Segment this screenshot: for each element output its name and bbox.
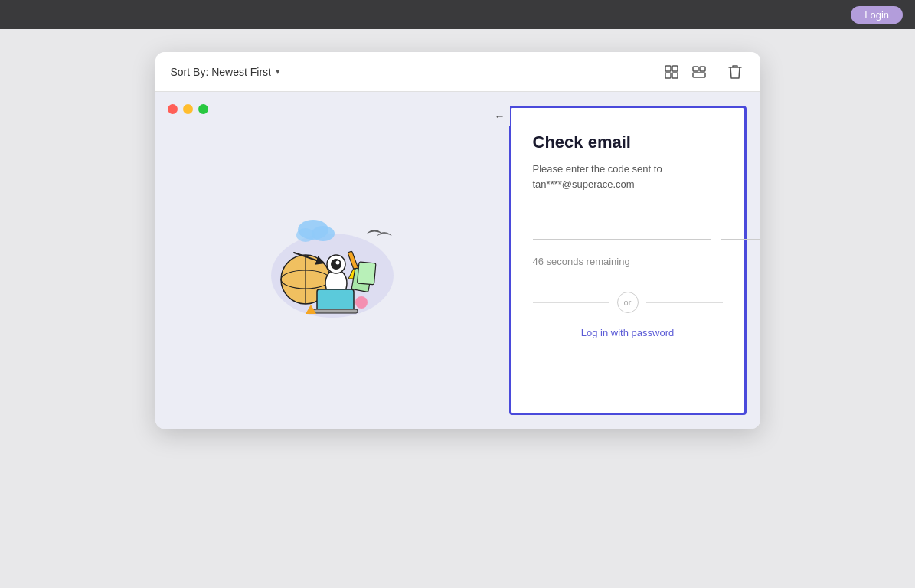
- timer-text: 46 seconds remaining: [533, 256, 723, 267]
- card-container: Sort By: Newest First ▾: [155, 52, 760, 429]
- or-label: or: [617, 292, 639, 313]
- list-view-button[interactable]: [689, 62, 709, 82]
- log-in-with-password-button[interactable]: Log in with password: [533, 327, 723, 338]
- login-button[interactable]: Login: [851, 6, 903, 24]
- or-line-left: [533, 302, 609, 303]
- svg-rect-20: [357, 262, 375, 285]
- svg-rect-0: [665, 66, 671, 71]
- check-email-panel: ← Check email Please enter the code sent…: [509, 106, 747, 415]
- svg-point-14: [335, 261, 339, 265]
- svg-point-25: [296, 228, 315, 242]
- traffic-lights: [168, 104, 208, 114]
- toolbar-divider: [717, 64, 717, 80]
- check-email-title: Check email: [533, 132, 723, 152]
- toolbar-right: [662, 62, 745, 82]
- svg-rect-5: [700, 67, 705, 71]
- svg-rect-1: [672, 66, 678, 71]
- svg-point-22: [355, 296, 368, 309]
- maximize-button[interactable]: [198, 104, 208, 114]
- svg-rect-3: [672, 73, 678, 78]
- otp-row: [533, 213, 723, 240]
- svg-rect-17: [317, 289, 354, 311]
- sort-by-button[interactable]: Sort By: Newest First ▾: [171, 66, 280, 78]
- minimize-button[interactable]: [183, 104, 193, 114]
- or-divider: or: [533, 292, 723, 313]
- otp-input-1[interactable]: [533, 213, 711, 240]
- or-line-right: [646, 302, 723, 303]
- svg-rect-18: [313, 309, 358, 313]
- delete-button[interactable]: [725, 62, 745, 82]
- close-button[interactable]: [168, 104, 178, 114]
- svg-point-24: [312, 226, 335, 241]
- svg-rect-6: [693, 73, 705, 77]
- toolbar: Sort By: Newest First ▾: [155, 52, 760, 92]
- svg-point-13: [331, 259, 341, 270]
- grid-view-button[interactable]: [662, 62, 681, 82]
- main-area: Sort By: Newest First ▾: [0, 29, 915, 588]
- otp-input-2[interactable]: [721, 213, 760, 240]
- check-email-description: Please enter the code sent to tan****@su…: [533, 162, 723, 191]
- svg-rect-4: [693, 67, 698, 71]
- inner-window: ← Check email Please enter the code sent…: [155, 92, 760, 429]
- left-panel: [155, 92, 509, 429]
- sort-chevron-icon: ▾: [276, 67, 280, 77]
- illustration: [248, 191, 417, 329]
- top-bar: Login: [0, 0, 915, 29]
- sort-label: Sort By: Newest First: [171, 66, 271, 78]
- back-button[interactable]: ←: [490, 106, 510, 126]
- svg-rect-2: [665, 73, 671, 78]
